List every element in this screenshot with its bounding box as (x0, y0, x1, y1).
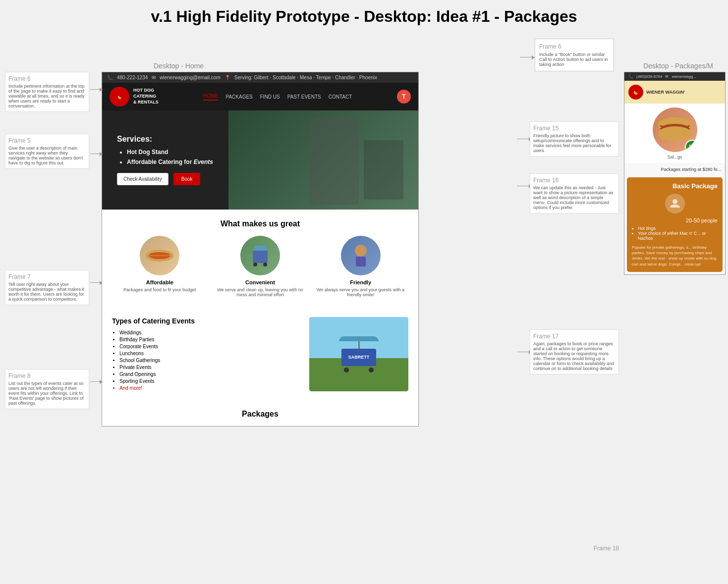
affordable-image (140, 236, 179, 275)
right-panel-image-area: W Sal...gs (624, 104, 725, 163)
types-cart-image: SABRETT (309, 317, 408, 391)
svg-point-16 (658, 126, 692, 141)
arrow-frame6-top (520, 57, 535, 57)
svg-rect-5 (253, 251, 268, 263)
frame6-top-annotation: Frame 6 Include a "Book" button or simil… (535, 39, 614, 71)
browser-location-icon: 📍 (224, 75, 230, 80)
types-list: Weddings Birthday Parties Corporate Even… (112, 330, 299, 391)
type-luncheons: Luncheons (119, 351, 299, 356)
what-great-title: What makes us great (112, 219, 408, 228)
packages-title: Packages (112, 410, 408, 419)
nav-home[interactable]: HOME (203, 93, 218, 101)
desktop-packages-label: Desktop - Packages/M (643, 62, 713, 70)
right-panel-browser: 📞 (480)839-8764 ✉ wienerwagg... (624, 72, 725, 81)
right-panel-phone: (480)839-8764 (636, 74, 662, 79)
svg-point-17 (672, 199, 677, 204)
frame6-left-label: Frame 6 (8, 75, 86, 82)
browser-phone: 480-222-1234 (117, 75, 148, 80)
right-panel-email-icon: ✉ (665, 74, 669, 79)
feature-friendly: Friendly We always serve you and your gu… (316, 236, 405, 297)
browser-email: wienerwagging@email.com (160, 75, 220, 80)
frame6-top-label: Frame 6 (539, 43, 610, 50)
right-panel-email: wienerwagg... (672, 74, 696, 79)
nav-past-events[interactable]: PAST EVENTS (287, 94, 321, 100)
site-nav: 🌭 HOT DOG CATERING & RENTALS HOME PACKAG… (102, 83, 418, 110)
basic-package-title: Basic Package (632, 182, 718, 190)
type-school: School Gatherings (119, 358, 299, 363)
hero-equipment-image (364, 140, 403, 200)
frame16-annotation: Frame 16 We can update this as needed - … (530, 173, 619, 213)
arrow-frame5 (90, 154, 103, 154)
what-makes-great-section: What makes us great Affordable Packages … (102, 210, 418, 307)
frame7-text: Tell user right away about your competit… (8, 282, 86, 302)
site-logo: 🌭 HOT DOG CATERING & RENTALS (110, 87, 159, 106)
cart-visual: SABRETT (309, 317, 408, 391)
services-list: Hot Dog Stand Affordable Catering for Ev… (117, 149, 213, 165)
frame8-text: List out the types of events cater at so… (8, 381, 86, 406)
frame7-annotation: Frame 7 Tell user right away about your … (5, 270, 89, 305)
frame17-text: Again, packages to book or price ranges … (533, 341, 616, 371)
package-items-list: Hot dogs Your choice of either Mac n' C.… (632, 226, 718, 241)
svg-point-8 (263, 263, 267, 266)
frame18-label: Frame 18 (594, 545, 619, 552)
package-item-2: Your choice of either Mac n' C... or Nac… (638, 231, 718, 241)
frame8-label: Frame 8 (8, 372, 86, 379)
affordable-title: Affordable (146, 279, 173, 285)
friendly-desc: We always serve you and your guests with… (316, 287, 405, 297)
types-left: Types of Catering Events Weddings Birthd… (112, 317, 299, 392)
types-section: Types of Catering Events Weddings Birthd… (102, 307, 418, 402)
frame5-annotation: Frame 5 Give the user a description of m… (5, 134, 89, 169)
page-title: v.1 High Fidelity Prototype - Desktop: I… (0, 0, 728, 33)
right-panel-logo-icon: 🌭 (628, 85, 643, 100)
frame6-left-annotation: Frame 6 Include pertinent information at… (5, 72, 89, 112)
nav-links: HOME PACKAGES FIND US PAST EVENTS CONTAC… (203, 93, 352, 101)
check-availability-button[interactable]: Check Availability (117, 173, 168, 185)
type-private: Private Events (119, 365, 299, 370)
right-panel-phone-icon: 📞 (628, 74, 633, 79)
frame6-top-text: Include a "Book" button or similar Call … (539, 52, 610, 67)
svg-point-10 (355, 245, 367, 257)
basic-package-card: Basic Package 20-50 people Hot dogs Your… (627, 177, 723, 272)
nav-avatar: T (397, 90, 411, 104)
features-row: Affordable Packages and food to fit your… (112, 236, 408, 297)
type-birthday: Birthday Parties (119, 337, 299, 342)
type-grand: Grand Openings (119, 372, 299, 377)
frame15-annotation: Frame 15 Friendly picture to show both s… (530, 121, 619, 157)
hero-person-image (309, 118, 359, 205)
packages-starting-text: Packages starting at $280 fo... (624, 163, 725, 175)
and-more-link[interactable]: And more! (119, 385, 299, 391)
types-title: Types of Catering Events (112, 317, 299, 325)
svg-marker-6 (253, 246, 268, 251)
package-people: 20-50 people (632, 217, 718, 223)
hot-dog-image: W (653, 107, 697, 152)
friendly-title: Friendly (350, 279, 371, 285)
convenient-title: Convenient (245, 279, 275, 285)
convenient-desc: We serve and clean up, leaving you with … (216, 287, 304, 297)
book-button[interactable]: Book (173, 173, 201, 185)
frame5-text: Give the user a description of main serv… (8, 146, 86, 165)
nav-contact[interactable]: CONTACT (329, 94, 352, 100)
arrow-frame6-left (90, 89, 103, 90)
svg-text:🌭: 🌭 (117, 95, 122, 100)
arrow-frame7 (90, 282, 103, 283)
services-label: Services: (117, 135, 213, 144)
affordable-desc: Packages and food to fit your budget (123, 287, 196, 292)
frame17-annotation: Frame 17 Again, packages to book or pric… (530, 329, 619, 374)
nav-find-us[interactable]: FIND US (260, 94, 280, 100)
service2: Affordable Catering for Events (127, 159, 213, 165)
frame16-text: We can update this as needed - Just want… (533, 185, 616, 210)
type-corporate: Corporate Events (119, 344, 299, 349)
arrow-frame8 (90, 381, 103, 382)
frame6-left-text: Include pertinent information at the top… (8, 84, 86, 108)
logo-text: HOT DOG CATERING & RENTALS (133, 88, 159, 105)
type-sporting: Sporting Events (119, 378, 299, 384)
w-avatar: W (685, 140, 697, 152)
nav-packages[interactable]: PACKAGES (225, 94, 252, 100)
browser-location: Serving: Gilbert · Scottsdale · Mesa · T… (234, 75, 377, 80)
packages-section: Packages (102, 402, 418, 426)
service1: Hot Dog Stand (127, 149, 168, 156)
frame16-label: Frame 16 (533, 177, 616, 184)
desktop-home-label: Desktop - Home (154, 62, 204, 70)
svg-rect-11 (356, 257, 366, 266)
right-panel-logo-area: 🌭 WIENER WAGGIN' (624, 81, 725, 104)
